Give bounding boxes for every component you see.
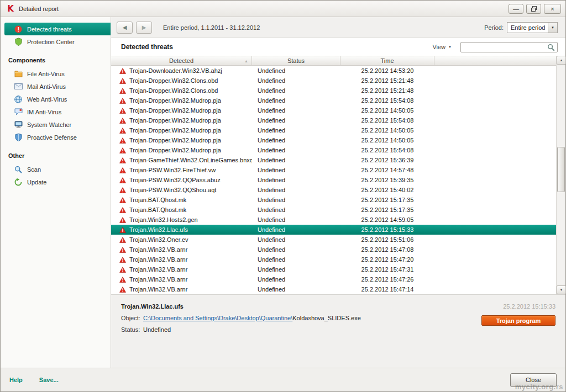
close-button[interactable]: Close — [510, 373, 557, 387]
table-row[interactable]: Trojan-Dropper.Win32.Clons.obd Undefined… — [111, 86, 556, 96]
sidebar-item-scan[interactable]: Scan — [1, 163, 111, 176]
threat-time: 25.2.2012 15:51:06 — [340, 236, 434, 243]
table-row[interactable]: Trojan.BAT.Qhost.mk Undefined 25.2.2012 … — [111, 205, 556, 215]
vertical-scrollbar[interactable]: ▲ ▼ — [556, 56, 565, 294]
threat-name: Trojan-PSW.Win32.FireThief.vw — [129, 167, 216, 173]
column-header-time[interactable]: Time — [340, 56, 434, 65]
scroll-up-button[interactable]: ▲ — [557, 56, 566, 65]
sidebar-item-im-anti-virus[interactable]: IM Anti-Virus — [1, 105, 111, 118]
table-row[interactable]: Trojan-PSW.Win32.QQShou.aqt Undefined 25… — [111, 185, 556, 195]
table-row[interactable]: Trojan.Win32.VB.arnr Undefined 25.2.2012… — [111, 274, 556, 284]
threat-name: Trojan.Win32.VB.arnr — [129, 286, 187, 293]
table-row[interactable]: Trojan.Win32.VB.arnr Undefined 25.2.2012… — [111, 255, 556, 264]
threat-name: Trojan.BAT.Qhost.mk — [129, 206, 186, 213]
threat-time: 25.2.2012 15:39:35 — [340, 177, 434, 183]
content-header: Detected threats View ▼ — [111, 38, 565, 56]
sidebar-item-mail-anti-virus[interactable]: Mail Anti-Virus — [1, 80, 111, 93]
view-dropdown[interactable]: View ▼ — [432, 44, 452, 50]
table-row[interactable]: Trojan.Win32.VB.arnr Undefined 25.2.2012… — [111, 284, 556, 294]
period-summary: Entire period, 1.1.2011 - 31.12.2012 — [163, 24, 260, 31]
window-title: Detailed report — [19, 6, 59, 12]
table-row[interactable]: Trojan-PSW.Win32.FireThief.vw Undefined … — [111, 165, 556, 175]
table-row[interactable]: Trojan.Win32.Llac.ufs Undefined 25.2.201… — [111, 225, 556, 235]
threat-warning-icon — [119, 88, 126, 94]
sidebar-item-detected-threats[interactable]: Detected threats — [4, 23, 111, 35]
table-row[interactable]: Trojan.Win32.VB.arnr Undefined 25.2.2012… — [111, 245, 556, 255]
threat-warning-icon — [119, 217, 126, 223]
titlebar: K Detailed report — × — [1, 1, 565, 17]
column-header-filler — [434, 56, 556, 65]
scrollbar-thumb[interactable] — [557, 147, 565, 192]
minimize-button[interactable]: — — [509, 4, 523, 14]
sidebar-item-protection-center[interactable]: Protection Center — [1, 35, 111, 48]
table-row[interactable]: Trojan-Dropper.Win32.Mudrop.pja Undefine… — [111, 96, 556, 105]
navigation-strip: ◀ ▶ Entire period, 1.1.2011 - 31.12.2012… — [111, 17, 565, 38]
threat-warning-icon — [119, 167, 126, 173]
threat-warning-icon — [119, 118, 126, 124]
restore-button[interactable] — [526, 4, 541, 14]
threat-name: Trojan-Dropper.Win32.Mudrop.pja — [129, 107, 221, 114]
threat-time: 25.2.2012 15:17:35 — [340, 197, 434, 203]
table-row[interactable]: Trojan-GameThief.Win32.OnLineGames.bnxq … — [111, 155, 556, 165]
table-row[interactable]: Trojan-Dropper.Win32.Mudrop.pja Undefine… — [111, 105, 556, 115]
threat-time: 25.2.2012 15:47:08 — [340, 246, 434, 253]
column-header-status[interactable]: Status — [252, 56, 340, 65]
threat-name: Trojan-PSW.Win32.QQPass.abuz — [129, 177, 221, 183]
table-row[interactable]: Trojan-Dropper.Win32.Clons.obd Undefined… — [111, 76, 556, 86]
sidebar-item-web-anti-virus[interactable]: Web Anti-Virus — [1, 93, 111, 105]
sidebar-item-file-anti-virus[interactable]: File Anti-Virus — [1, 67, 111, 80]
table-row[interactable]: Trojan.Win32.Hosts2.gen Undefined 25.2.2… — [111, 215, 556, 225]
table-row[interactable]: Trojan-Dropper.Win32.Mudrop.pja Undefine… — [111, 125, 556, 135]
threat-status: Undefined — [252, 226, 340, 233]
kaspersky-logo-icon: K — [6, 4, 15, 13]
back-button[interactable]: ◀ — [117, 22, 133, 34]
table-row[interactable]: Trojan-Dropper.Win32.Mudrop.pja Undefine… — [111, 145, 556, 155]
threat-status: Undefined — [252, 147, 340, 153]
scroll-up-icon: ▲ — [560, 59, 563, 62]
close-window-button[interactable]: × — [544, 4, 561, 14]
object-path-link[interactable]: C:\Documents and Settings\Drake\Desktop\… — [143, 315, 292, 321]
period-select[interactable]: Entire period ▼ — [507, 22, 558, 33]
threat-name: Trojan.Win32.Llac.ufs — [129, 226, 188, 233]
table-row[interactable]: Trojan.Win32.VB.arnr Undefined 25.2.2012… — [111, 264, 556, 274]
threat-time: 25.2.2012 15:15:33 — [340, 226, 434, 233]
threat-warning-icon — [119, 267, 126, 273]
help-link[interactable]: Help — [9, 377, 23, 383]
table-body: Trojan-Downloader.Win32.VB.ahzj Undefine… — [111, 66, 556, 294]
scroll-down-button[interactable]: ▼ — [557, 285, 566, 294]
detected-threats-icon — [14, 25, 23, 34]
defense-shield-icon — [14, 133, 23, 142]
threat-time: 25.2.2012 14:59:05 — [340, 216, 434, 223]
column-header-detected[interactable]: Detected ▲ — [111, 56, 252, 65]
period-dropdown-button[interactable]: ▼ — [548, 23, 557, 33]
chevron-down-icon: ▼ — [448, 45, 452, 49]
table-row[interactable]: Trojan.Win32.Oner.ev Undefined 25.2.2012… — [111, 235, 556, 245]
forward-button[interactable]: ▶ — [136, 22, 152, 34]
table-row[interactable]: Trojan-Downloader.Win32.VB.ahzj Undefine… — [111, 66, 556, 76]
table-row[interactable]: Trojan.BAT.Qhost.mk Undefined 25.2.2012 … — [111, 195, 556, 205]
search-input[interactable] — [461, 43, 557, 52]
back-icon: ◀ — [123, 24, 127, 30]
sidebar-item-update[interactable]: Update — [1, 176, 111, 188]
sidebar-item-label: System Watcher — [27, 121, 71, 128]
table-row[interactable]: Trojan-PSW.Win32.QQPass.abuz Undefined 2… — [111, 175, 556, 185]
table-row[interactable]: Trojan-Dropper.Win32.Mudrop.pja Undefine… — [111, 115, 556, 125]
protection-center-shield-icon — [14, 38, 23, 46]
threat-name: Trojan-Downloader.Win32.VB.ahzj — [129, 67, 222, 74]
sidebar-item-system-watcher[interactable]: System Watcher — [1, 118, 111, 131]
threat-name: Trojan.BAT.Qhost.mk — [129, 197, 186, 203]
threat-time: 25.2.2012 14:50:05 — [340, 107, 434, 114]
threat-status: Undefined — [252, 137, 340, 144]
sidebar-item-proactive-defense[interactable]: Proactive Defense — [1, 131, 111, 144]
threat-warning-icon — [119, 137, 126, 144]
threat-time: 25.2.2012 15:47:20 — [340, 256, 434, 263]
threat-name: Trojan.Win32.VB.arnr — [129, 276, 187, 283]
threat-warning-icon — [119, 237, 126, 243]
save-link[interactable]: Save... — [39, 377, 59, 383]
table-row[interactable]: Trojan-Dropper.Win32.Mudrop.pja Undefine… — [111, 135, 556, 145]
chat-icon — [14, 108, 23, 116]
threat-warning-icon — [119, 147, 126, 153]
view-label: View — [432, 44, 446, 50]
threat-warning-icon — [119, 68, 126, 74]
threat-status: Undefined — [252, 206, 340, 213]
